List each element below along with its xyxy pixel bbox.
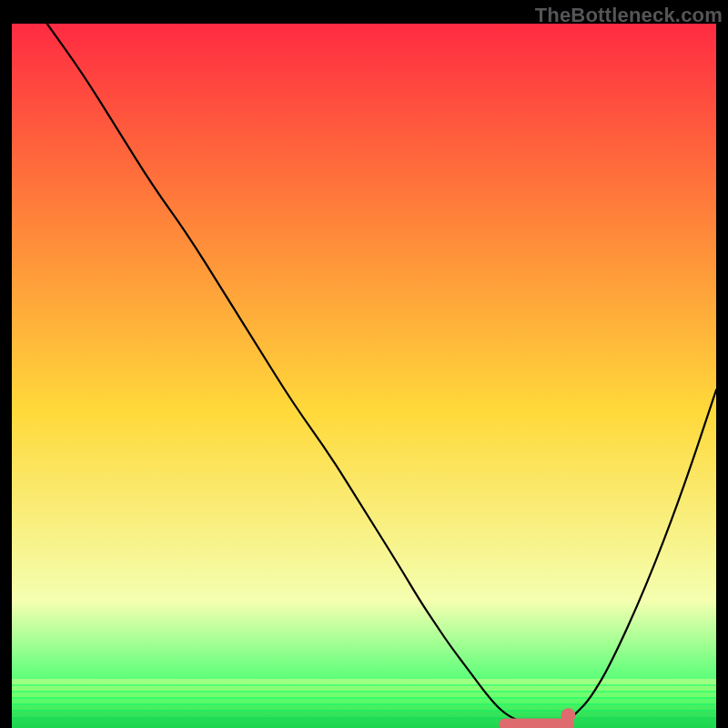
chart-container: TheBottleneck.com	[0, 0, 728, 728]
plot-area	[12, 24, 716, 728]
svg-rect-5	[12, 712, 716, 717]
svg-rect-6	[12, 719, 716, 728]
svg-rect-0	[12, 679, 716, 684]
marker-end-dot	[561, 708, 575, 723]
bottom-bands	[12, 679, 716, 728]
watermark: TheBottleneck.com	[535, 4, 723, 27]
svg-rect-2	[12, 693, 716, 697]
svg-rect-3	[12, 699, 716, 703]
svg-rect-1	[12, 686, 716, 691]
chart-svg	[12, 24, 716, 728]
svg-rect-4	[12, 705, 716, 710]
